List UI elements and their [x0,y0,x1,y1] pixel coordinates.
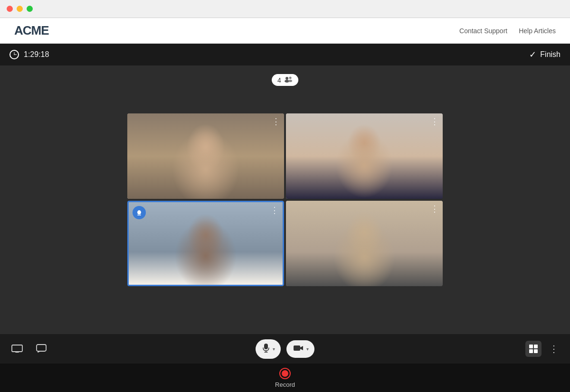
timer-section: 1:29:18 [10,50,49,59]
record-bar: Record [0,364,570,392]
camera-button[interactable] [291,343,305,355]
header-links: Contact Support Help Articles [459,27,556,35]
active-speaker-icon [133,206,146,219]
cell-2-more-options[interactable]: ⋮ [430,117,439,126]
finish-button[interactable]: ✓ Finish [529,49,560,60]
video-cell-3: ⋮ [127,201,284,286]
svg-rect-5 [37,345,46,351]
timer-display: 1:29:18 [24,50,49,59]
svg-rect-4 [12,345,22,352]
mic-button-group: ▾ [256,339,281,359]
cell-4-more-options[interactable]: ⋮ [430,205,439,213]
toolbar: ▾ ▾ ⋮ [0,334,570,364]
more-options-button[interactable]: ⋮ [547,341,560,356]
video-cell-4: ⋮ [286,201,443,286]
chat-button[interactable] [34,342,48,355]
finish-label: Finish [540,50,560,59]
record-label: Record [275,381,295,388]
record-icon [279,368,291,379]
camera-button-group: ▾ [286,340,314,358]
timer-bar: 1:29:18 ✓ Finish [0,44,570,65]
svg-point-0 [285,77,288,80]
participant-badge: 4 [272,74,298,86]
record-button[interactable]: Record [267,366,303,390]
mic-button[interactable] [260,342,272,356]
clock-icon [10,50,19,59]
video-feed-2 [286,113,443,199]
toolbar-left [10,342,48,355]
svg-point-2 [289,77,291,79]
video-cell-2: ⋮ [286,113,443,199]
participants-icon [284,76,293,84]
video-grid: ⋮ ⋮ ⋮ ⋮ [127,113,443,286]
svg-rect-6 [264,344,268,349]
toolbar-center: ▾ ▾ [256,339,314,359]
help-articles-link[interactable]: Help Articles [519,27,556,35]
window-chrome [0,0,570,18]
video-feed-4 [286,201,443,286]
checkmark-icon: ✓ [529,49,536,60]
screen-share-button[interactable] [10,343,25,355]
logo: ACME [14,23,49,38]
minimize-button[interactable] [17,6,23,12]
mic-chevron[interactable]: ▾ [272,345,276,353]
traffic-lights [7,6,33,12]
contact-support-link[interactable]: Contact Support [459,27,507,35]
video-feed-1 [127,113,284,199]
cell-3-more-options[interactable]: ⋮ [270,206,279,215]
video-area: 4 ⋮ ⋮ [0,65,570,334]
participant-count: 4 [277,76,281,84]
grid-icon [529,345,538,353]
toolbar-right: ⋮ [525,341,560,357]
svg-point-3 [288,80,292,82]
video-feed-3 [129,202,283,285]
maximize-button[interactable] [27,6,33,12]
header-bar: ACME Contact Support Help Articles [0,18,570,44]
camera-chevron[interactable]: ▾ [305,345,310,353]
grid-view-button[interactable] [525,341,542,357]
svg-rect-9 [294,345,300,351]
close-button[interactable] [7,6,13,12]
cell-1-more-options[interactable]: ⋮ [272,117,280,126]
video-cell-1: ⋮ [127,113,284,199]
